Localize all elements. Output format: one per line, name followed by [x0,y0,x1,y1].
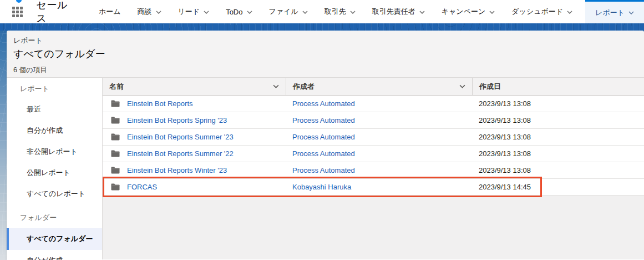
page-title: すべてのフォルダー [13,47,644,61]
column-header-created-date[interactable]: 作成日 [472,78,644,95]
chevron-down-icon [247,11,252,14]
table-row: Einstein Bot Reports Spring '23 Process … [103,112,644,129]
sidebar-item-private-reports[interactable]: 非公開レポート [7,141,102,162]
folder-link[interactable]: Einstein Bot Reports Summer '22 [127,149,234,158]
nav-tab-campaigns[interactable]: キャンペーン [433,0,504,23]
table-row-highlighted: FORCAS Kobayashi Haruka 2023/9/13 14:45 [103,179,644,196]
sidebar-item-public-reports[interactable]: 公開レポート [7,162,102,183]
folder-link[interactable]: Einstein Bot Reports Spring '23 [127,116,227,124]
sidebar-item-all-reports[interactable]: すべてのレポート [7,183,102,204]
created-date: 2023/9/13 13:08 [479,133,531,141]
folder-link[interactable]: Einstein Bot Reports Summer '23 [127,133,234,141]
folder-icon [111,183,120,191]
nav-tab-accounts[interactable]: 取引先 [316,0,364,23]
nav-tabs: ホーム 商談 リード ToDo ファイル 取引先 取引先責任者 キャンペーン [90,0,644,23]
created-date: 2023/9/13 13:08 [479,166,531,174]
nav-tab-dashboards[interactable]: ダッシュボード [503,0,581,23]
creator-link[interactable]: Process Automated [292,133,355,141]
created-date: 2023/9/13 13:08 [479,116,531,124]
nav-tab-opportunities[interactable]: 商談 [129,0,170,23]
creator-link[interactable]: Process Automated [292,149,355,158]
chevron-down-icon [156,11,161,14]
creator-link[interactable]: Process Automated [292,116,355,124]
column-header-creator[interactable]: 作成者 [286,78,472,95]
folder-icon [111,117,120,124]
chevron-down-icon [350,11,356,14]
created-date: 2023/9/13 13:08 [479,149,531,158]
folder-icon [111,100,120,107]
created-date: 2023/9/13 13:08 [479,99,531,108]
sidebar-section-folders: フォルダー すべてのフォルダー 自分が作成 [7,208,102,260]
creator-link[interactable]: Kobayashi Haruka [292,183,351,191]
folder-icon [111,167,120,174]
folders-sidebar: レポート 最近 自分が作成 非公開レポート 公開レポート すべてのレポート フォ… [7,78,103,259]
brand-texture-stripe [0,23,644,31]
created-date: 2023/9/13 14:45 [479,183,531,191]
nav-tab-files[interactable]: ファイル [261,0,316,23]
table-row: Einstein Bot Reports Winter '23 Process … [103,162,644,179]
table-header-row: 名前 作成者 作成日 [103,78,644,96]
sidebar-section-reports: レポート 最近 自分が作成 非公開レポート 公開レポート すべてのレポート [7,79,102,204]
reports-folders-card: レポート すべてのフォルダー 6 個の項目 レポート 最近 自分が作成 非公開レ… [7,31,644,260]
nav-tab-home[interactable]: ホーム [90,0,129,23]
nav-tab-todo[interactable]: ToDo [217,0,260,23]
sidebar-heading-reports: レポート [7,79,102,99]
chevron-down-icon [302,11,308,14]
folder-link[interactable]: Einstein Bot Reports [127,99,193,108]
creator-link[interactable]: Process Automated [292,99,355,108]
nav-tab-leads[interactable]: リード [170,0,218,23]
item-count: 6 個の項目 [13,66,644,75]
nav-tab-reports[interactable]: レポート [585,0,644,23]
table-row: Einstein Bot Reports Summer '22 Process … [103,146,644,162]
folder-link[interactable]: FORCAS [127,183,157,191]
app-launcher-icon[interactable] [12,5,23,18]
chevron-down-icon [628,11,634,14]
notification-dot [16,0,22,3]
chevron-down-icon [567,11,572,14]
sidebar-heading-folders: フォルダー [7,208,102,228]
global-navigation-bar: セールス ホーム 商談 リード ToDo ファイル 取引先 取引先責任者 [0,0,644,23]
sidebar-item-all-folders[interactable]: すべてのフォルダー [7,228,102,250]
folder-icon [111,150,120,157]
sidebar-item-folders-created-by-me[interactable]: 自分が作成 [7,250,102,260]
column-header-name[interactable]: 名前 [103,78,286,95]
creator-link[interactable]: Process Automated [292,166,355,174]
sidebar-item-created-by-me[interactable]: 自分が作成 [7,120,102,141]
folders-table: 名前 作成者 作成日 [103,78,644,259]
app-name: セールス [36,0,72,25]
sidebar-item-recent[interactable]: 最近 [7,99,102,120]
sort-chevron-icon[interactable] [273,84,279,88]
chevron-down-icon [489,11,495,14]
table-row: Einstein Bot Reports Process Automated 2… [103,96,644,112]
chevron-down-icon [419,11,425,14]
page-header: レポート すべてのフォルダー 6 個の項目 [7,31,644,78]
chevron-down-icon [204,11,209,14]
folder-icon [111,133,120,141]
folder-link[interactable]: Einstein Bot Reports Winter '23 [127,166,227,174]
nav-tab-contacts[interactable]: 取引先責任者 [364,0,433,23]
object-label: レポート [13,36,644,46]
table-row: Einstein Bot Reports Summer '23 Process … [103,129,644,146]
sort-chevron-icon[interactable] [459,84,465,88]
table-empty-area [103,196,644,259]
